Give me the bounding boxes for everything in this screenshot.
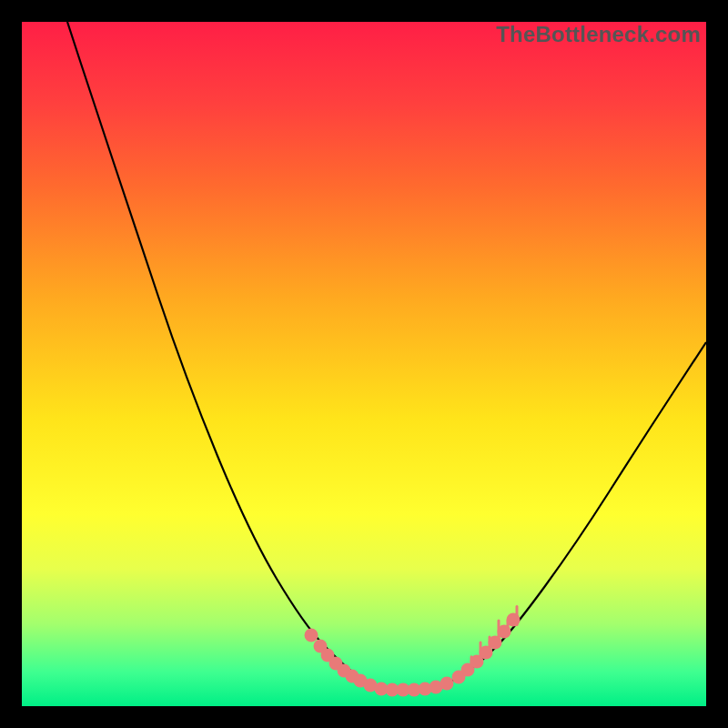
watermark-text: TheBottleneck.com (496, 22, 701, 47)
chart-frame: TheBottleneck.com (0, 0, 728, 728)
scatter-points (305, 613, 521, 697)
chart-svg (22, 22, 706, 706)
scatter-point (305, 629, 318, 642)
bottleneck-curve (67, 22, 706, 690)
scatter-point (507, 613, 521, 627)
curve-group (67, 22, 706, 690)
chart-panel: TheBottleneck.com (22, 22, 706, 706)
scatter-point (489, 636, 502, 650)
scatter-point (498, 625, 511, 639)
scatter-point (440, 677, 454, 691)
